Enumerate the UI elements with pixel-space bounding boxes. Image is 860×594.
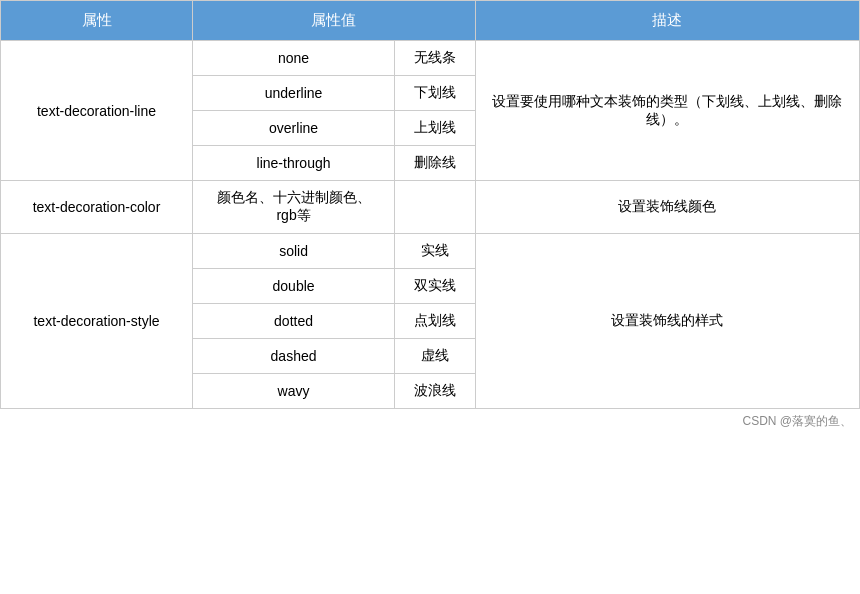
desc-cell: 设置装饰线的样式	[475, 234, 859, 409]
value-cn-cell: 虚线	[395, 339, 476, 374]
value-en-cell: 颜色名、十六进制颜色、rgb等	[193, 181, 395, 234]
value-cn-cell: 删除线	[395, 146, 476, 181]
header-value: 属性值	[193, 1, 476, 41]
value-cn-cell	[395, 181, 476, 234]
value-en-cell: double	[193, 269, 395, 304]
value-en-cell: solid	[193, 234, 395, 269]
main-table: 属性 属性值 描述 text-decoration-linenone无线条设置要…	[0, 0, 860, 409]
value-en-cell: none	[193, 41, 395, 76]
watermark: CSDN @落寞的鱼、	[0, 409, 860, 434]
value-en-cell: line-through	[193, 146, 395, 181]
value-cn-cell: 无线条	[395, 41, 476, 76]
value-cn-cell: 下划线	[395, 76, 476, 111]
property-cell: text-decoration-color	[1, 181, 193, 234]
value-en-cell: overline	[193, 111, 395, 146]
value-en-cell: dotted	[193, 304, 395, 339]
header-desc: 描述	[475, 1, 859, 41]
value-cn-cell: 点划线	[395, 304, 476, 339]
header-property: 属性	[1, 1, 193, 41]
table-row: text-decoration-linenone无线条设置要使用哪种文本装饰的类…	[1, 41, 860, 76]
table-row: text-decoration-color颜色名、十六进制颜色、rgb等设置装饰…	[1, 181, 860, 234]
value-en-cell: dashed	[193, 339, 395, 374]
desc-cell: 设置要使用哪种文本装饰的类型（下划线、上划线、删除线）。	[475, 41, 859, 181]
value-cn-cell: 波浪线	[395, 374, 476, 409]
table-row: text-decoration-stylesolid实线设置装饰线的样式	[1, 234, 860, 269]
value-cn-cell: 实线	[395, 234, 476, 269]
property-cell: text-decoration-style	[1, 234, 193, 409]
desc-cell: 设置装饰线颜色	[475, 181, 859, 234]
property-cell: text-decoration-line	[1, 41, 193, 181]
value-cn-cell: 双实线	[395, 269, 476, 304]
value-en-cell: underline	[193, 76, 395, 111]
value-en-cell: wavy	[193, 374, 395, 409]
value-cn-cell: 上划线	[395, 111, 476, 146]
